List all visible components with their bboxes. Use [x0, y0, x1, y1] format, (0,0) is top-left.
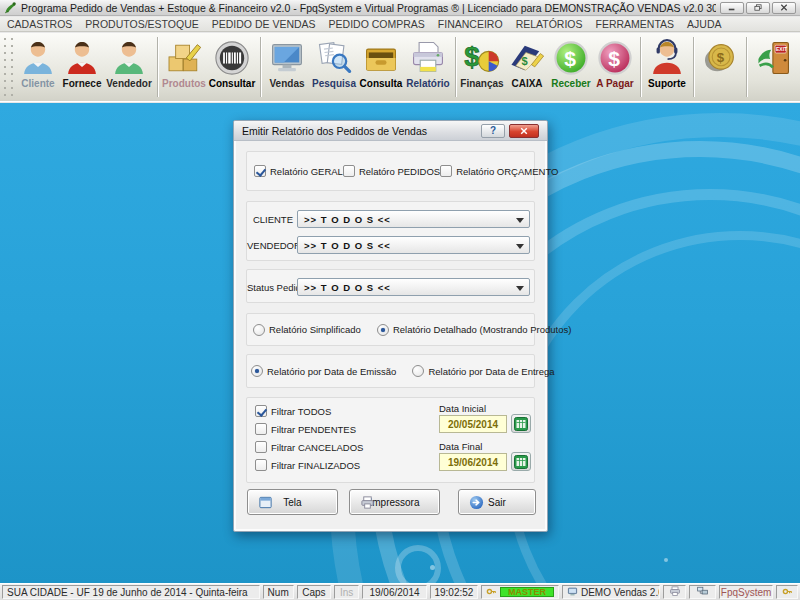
toolbar-separator [746, 37, 747, 97]
radio-data-emissao[interactable]: Relatório por Data de Emissão [251, 365, 396, 377]
checkbox-relatorio-pedidos[interactable]: Relatóro PEDIDOS [343, 165, 440, 177]
radio-relatorio-simplificado[interactable]: Relatório Simplificado [253, 324, 361, 336]
key-icon [486, 586, 497, 599]
monitor-icon [567, 586, 578, 599]
status-app: DEMO Vendas 2.0 [562, 585, 660, 599]
report-type-group: Relatório GERAL Relatóro PEDIDOS Relatór… [246, 151, 535, 191]
checkbox-relatorio-geral[interactable]: Relatório GERAL [254, 165, 343, 177]
toolbar-button-caixa[interactable]: $ CAIXA [505, 33, 549, 101]
toolbar-separator [157, 37, 158, 97]
status-caps: Caps [297, 585, 331, 599]
toolbar-button-receber[interactable]: $ Receber [549, 33, 593, 101]
menu-item-financeiro[interactable]: FINANCEIRO [438, 18, 503, 30]
toolbar-button-vendedor[interactable]: Vendedor [104, 33, 154, 101]
window-titlebar: Programa Pedido de Vendas + Estoque & Fi… [0, 0, 800, 16]
menu-item-ajuda[interactable]: AJUDA [687, 18, 721, 30]
menu-item-ferramentas[interactable]: FERRAMENTAS [596, 18, 675, 30]
radio-circle [251, 365, 263, 377]
app-icon [4, 1, 17, 14]
impressora-button[interactable]: Impressora [349, 489, 440, 515]
vendedor-label: VENDEDOR [247, 240, 293, 251]
cliente-dropdown[interactable]: >> T O D O S << [297, 210, 530, 228]
seller-icon [109, 38, 149, 78]
status-pedido-group: Status Pedido >> T O D O S << [246, 269, 535, 303]
radio-circle [253, 324, 265, 336]
cliente-label: CLIENTE [247, 214, 293, 225]
checkbox-filtrar-todos[interactable]: Filtrar TODOS [255, 405, 363, 417]
checkbox-filtrar-finalizados[interactable]: Filtrar FINALIZADOS [255, 459, 363, 471]
minimize-button[interactable] [720, 2, 744, 14]
toolbar-button-consulta[interactable]: Consulta [358, 33, 404, 101]
dialog-titlebar: Emitir Relatório dos Pedidos de Vendas ? [234, 121, 547, 141]
tela-button[interactable]: Tela [247, 489, 338, 515]
checkbox-box [440, 165, 452, 177]
dialog-help-button[interactable]: ? [481, 124, 505, 138]
exit-door-icon: EXIT [754, 38, 794, 78]
data-inicial-calendar-button[interactable] [511, 414, 531, 433]
search-docs-icon [314, 38, 354, 78]
svg-text:EXIT: EXIT [776, 46, 787, 52]
data-inicial-input[interactable]: 20/05/2014 [439, 415, 507, 433]
client-icon [18, 38, 58, 78]
toolbar-button-suporte[interactable]: Suporte [644, 33, 690, 101]
restore-button[interactable] [746, 2, 770, 14]
radio-relatorio-detalhado[interactable]: Relatório Detalhado (Mostrando Produtos) [377, 324, 571, 336]
data-final-input[interactable]: 19/06/2014 [439, 453, 507, 471]
vendedor-dropdown[interactable]: >> T O D O S << [297, 236, 530, 254]
supplier-icon [62, 38, 102, 78]
svg-text:$: $ [464, 41, 480, 72]
menu-item-pedido-compras[interactable]: PEDIDO COMPRAS [329, 18, 425, 30]
toolbar-button-relatorio[interactable]: Relatório [404, 33, 452, 101]
toolbar-button-financas[interactable]: $ Finanças [459, 33, 505, 101]
checkbox-filtrar-cancelados[interactable]: Filtrar CANCELADOS [255, 441, 363, 453]
dialog-close-button[interactable] [509, 124, 539, 138]
receive-icon: $ [551, 38, 591, 78]
toolbar-button-pesquisa[interactable]: Pesquisa [310, 33, 358, 101]
wallpaper-dot [430, 565, 435, 570]
barcode-icon [212, 38, 252, 78]
chevron-down-icon [516, 286, 524, 291]
status-printer [663, 585, 687, 599]
cashbook-icon: $ [507, 38, 547, 78]
toolbar-separator [260, 37, 261, 97]
coin-icon: $ [700, 38, 740, 78]
wallpaper-arc [395, 545, 441, 583]
radio-data-entrega[interactable]: Relatório por Data de Entrega [412, 365, 554, 377]
toolbar-button-produtos[interactable]: Produtos [161, 33, 207, 101]
status-pedido-dropdown[interactable]: >> T O D O S << [297, 278, 530, 296]
detail-level-group: Relatório Simplificado Relatório Detalha… [246, 313, 535, 346]
menu-bar: CADASTROS PRODUTOS/ESTOQUE PEDIDO DE VEN… [0, 17, 800, 32]
checkbox-box [255, 423, 267, 435]
menu-item-pedido-de-vendas[interactable]: PEDIDO DE VENDAS [212, 18, 316, 30]
close-button[interactable] [772, 2, 796, 14]
data-final-calendar-button[interactable] [511, 452, 531, 471]
toolbar: Cliente Fornece Vendedor Produtos Consul… [0, 33, 800, 102]
toolbar-button-sair-app[interactable]: EXIT [750, 33, 798, 101]
svg-text:$: $ [521, 55, 528, 67]
menu-item-produtos-estoque[interactable]: PRODUTOS/ESTOQUE [85, 18, 198, 30]
checkbox-box [255, 459, 267, 471]
status-bar: SUA CIDADE - UF 19 de Junho de 2014 - Qu… [0, 583, 800, 600]
menu-item-relatorios[interactable]: RELATÓRIOS [516, 18, 583, 30]
folder-icon [361, 38, 401, 78]
toolbar-button-cliente[interactable]: Cliente [16, 33, 60, 101]
status-num: Num [263, 585, 294, 599]
checkbox-filtrar-pendentes[interactable]: Filtrar PENDENTES [255, 423, 363, 435]
toolbar-separator [693, 37, 694, 97]
arrow-right-icon [469, 495, 484, 510]
toolbar-button-apagar[interactable]: $ A Pagar [593, 33, 637, 101]
menu-item-cadastros[interactable]: CADASTROS [7, 18, 72, 30]
status-time: 19:02:52 [430, 585, 479, 599]
finance-icon: $ [462, 38, 502, 78]
toolbar-button-vendas[interactable]: Vendas [264, 33, 310, 101]
sair-button[interactable]: Sair [458, 489, 536, 515]
toolbar-button-fornece[interactable]: Fornece [60, 33, 104, 101]
printer-icon [360, 495, 375, 510]
checkbox-box [343, 165, 355, 177]
monitor-icon [267, 38, 307, 78]
status-user-badge: MASTER [481, 585, 559, 599]
window-icon [258, 495, 273, 510]
toolbar-button-moeda[interactable]: $ [697, 33, 743, 101]
checkbox-relatorio-orcamento[interactable]: Relatório ORÇAMENTO [440, 165, 558, 177]
toolbar-button-consultar[interactable]: Consultar [207, 33, 257, 101]
